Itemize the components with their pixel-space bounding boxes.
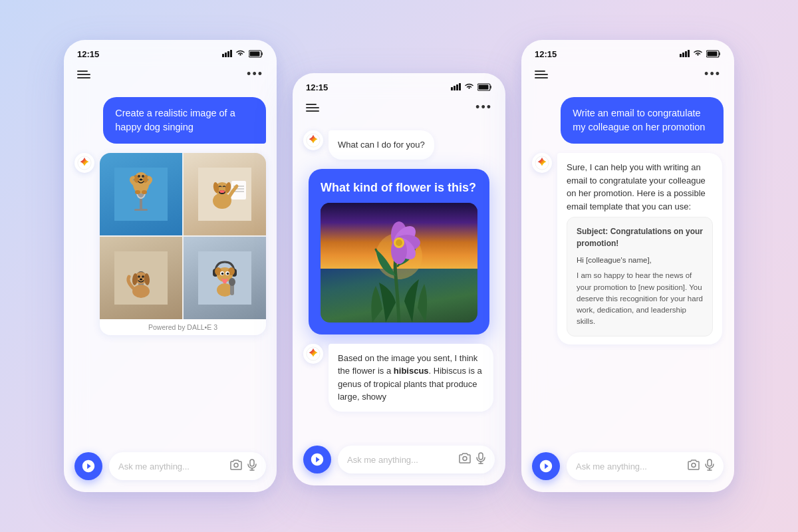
flower-bg [321, 203, 477, 323]
menu-icon-left[interactable] [77, 70, 90, 78]
mic-input-icon-right[interactable] [705, 459, 714, 473]
svg-point-72 [396, 239, 402, 246]
svg-rect-60 [456, 84, 458, 90]
email-body: I am so happy to hear the news of your p… [577, 270, 703, 327]
signal-icon [222, 50, 232, 59]
user-message-left: Create a realistic image of a happy dog … [103, 97, 266, 144]
wifi-icon-right [693, 50, 703, 59]
status-icons-right [680, 50, 721, 59]
dog-image-2 [184, 153, 266, 235]
more-options-left[interactable]: ••• [247, 67, 263, 81]
ai-avatar-center [303, 130, 323, 150]
dog-singing-icon-3 [114, 251, 168, 305]
chat-button-left[interactable] [74, 452, 102, 480]
chat-area-center: What can I do for you? What kind of flow… [293, 122, 505, 439]
menu-icon-center[interactable] [306, 104, 319, 112]
camera-input-icon-left[interactable] [230, 460, 242, 473]
input-icons-center [459, 452, 485, 467]
hibiscus-illustration [332, 203, 466, 323]
svg-rect-58 [451, 87, 453, 90]
chat-avatar-icon-center [310, 452, 325, 467]
svg-point-39 [138, 275, 140, 278]
input-wrapper-left[interactable]: Ask me anything... [109, 452, 266, 480]
input-wrapper-center[interactable]: Ask me anything... [338, 446, 495, 473]
svg-rect-9 [134, 209, 148, 211]
time-center: 12:15 [306, 82, 328, 92]
ai-response-left: Powered by DALL•E 3 [74, 153, 266, 335]
time-right: 12:15 [535, 49, 557, 59]
more-options-right[interactable]: ••• [704, 67, 721, 81]
svg-point-51 [227, 273, 229, 275]
phone-center: 12:15 ••• [293, 73, 505, 485]
svg-rect-3 [230, 50, 232, 57]
svg-rect-80 [688, 50, 690, 57]
top-bar-left: ••• [64, 62, 277, 89]
ai-email-row: Sure, I can help you with writing an ema… [532, 153, 724, 344]
ai-email-intro: Sure, I can help you with writing an ema… [567, 162, 706, 211]
email-template-card: Subject: Congratulations on your promoti… [567, 217, 713, 336]
svg-rect-0 [222, 54, 224, 57]
menu-icon-right[interactable] [535, 70, 548, 78]
top-bar-center: ••• [293, 95, 505, 122]
camera-input-icon-center[interactable] [459, 453, 471, 466]
chat-button-right[interactable] [532, 452, 560, 480]
dog-image-3 [100, 237, 182, 319]
ai-hibiscus-row: Based on the image you sent, I think the… [303, 344, 495, 412]
svg-rect-1 [225, 53, 227, 57]
chat-area-left: Create a realistic image of a happy dog … [64, 89, 277, 446]
input-area-right: Ask me anything... [521, 446, 734, 492]
ai-greeting-bubble: What can I do for you? [329, 130, 434, 160]
dog-singing-icon-4 [198, 251, 251, 305]
chat-button-center[interactable] [303, 446, 331, 473]
input-wrapper-right[interactable]: Ask me anything... [567, 452, 724, 480]
gemini-logo-center-2 [306, 346, 321, 361]
dog-image-1 [100, 153, 182, 235]
status-bar-right: 12:15 [521, 40, 734, 62]
svg-point-19 [135, 190, 140, 194]
email-subject: Subject: Congratulations on your promoti… [577, 225, 703, 249]
svg-point-41 [140, 279, 142, 281]
status-bar-center: 12:15 [293, 73, 505, 95]
svg-point-20 [142, 190, 147, 194]
input-icons-left [230, 459, 257, 473]
dog-singing-icon-1 [114, 168, 168, 221]
svg-rect-82 [708, 51, 718, 56]
chat-avatar-icon-right [539, 459, 553, 473]
chat-area-right: Write an email to congratulate my collea… [521, 89, 734, 446]
ai-email-bubble: Sure, I can help you with writing an ema… [557, 153, 722, 344]
mic-input-icon-left[interactable] [247, 459, 257, 473]
svg-point-16 [138, 175, 140, 178]
more-options-center[interactable]: ••• [475, 100, 492, 114]
camera-input-icon-right[interactable] [688, 460, 700, 473]
user-message-right: Write an email to congratulate my collea… [561, 97, 724, 144]
svg-rect-63 [479, 84, 489, 89]
input-placeholder-left: Ask me anything... [118, 462, 223, 471]
svg-rect-5 [250, 51, 260, 56]
flower-image [321, 203, 477, 323]
input-area-center: Ask me anything... [293, 439, 505, 485]
svg-point-18 [140, 179, 143, 181]
svg-rect-77 [680, 54, 682, 57]
hibiscus-response-text: Based on the image you sent, I think the… [338, 353, 482, 402]
powered-by-label: Powered by DALL•E 3 [100, 319, 266, 335]
svg-rect-78 [682, 53, 684, 57]
input-icons-right [688, 459, 714, 473]
svg-rect-61 [459, 83, 461, 90]
email-greeting: Hi [colleague's name], [577, 255, 703, 266]
dog-image-4 [184, 237, 266, 319]
svg-rect-59 [454, 86, 456, 90]
flower-card: What kind of flower is this? [309, 169, 489, 334]
gemini-logo-left [77, 156, 92, 170]
battery-icon [249, 50, 263, 59]
svg-rect-79 [685, 51, 687, 57]
mic-input-icon-center[interactable] [476, 452, 485, 467]
svg-rect-55 [250, 460, 254, 466]
wifi-icon-center [464, 83, 474, 92]
input-placeholder-center: Ask me anything... [347, 455, 452, 465]
top-bar-right: ••• [521, 62, 734, 89]
svg-point-40 [142, 275, 144, 278]
input-placeholder-right: Ask me anything... [576, 462, 681, 471]
svg-point-35 [132, 285, 150, 298]
svg-point-31 [219, 190, 225, 193]
signal-icon-right [680, 50, 690, 59]
